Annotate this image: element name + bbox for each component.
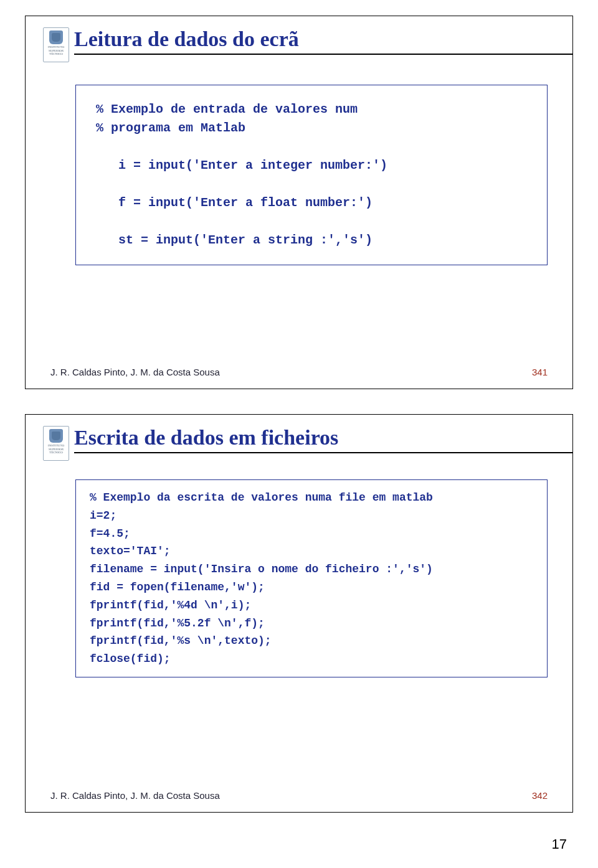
footer-author: J. R. Caldas Pinto, J. M. da Costa Sousa xyxy=(50,790,220,801)
shield-icon xyxy=(49,31,63,44)
footer-page-number: 342 xyxy=(532,790,548,801)
shield-icon xyxy=(49,429,63,443)
title-wrap: Escrita de dados em ficheiros xyxy=(69,426,572,453)
outer-page-number: 17 xyxy=(552,836,567,852)
code-example-1: % Exemplo de entrada de valores num % pr… xyxy=(75,85,548,265)
footer-page-number: 341 xyxy=(532,367,548,377)
slide-footer: J. R. Caldas Pinto, J. M. da Costa Sousa… xyxy=(50,790,548,801)
logo-line-3: TÉCNICO xyxy=(48,451,64,455)
slide-2: INSTITUTO SUPERIOR TÉCNICO Escrita de da… xyxy=(25,414,573,813)
logo-line-1: INSTITUTO xyxy=(48,45,64,49)
logo-line-1: INSTITUTO xyxy=(48,444,64,448)
title-rule xyxy=(74,54,572,55)
slide-header: INSTITUTO SUPERIOR TÉCNICO Escrita de da… xyxy=(26,415,572,461)
slide-footer: J. R. Caldas Pinto, J. M. da Costa Sousa… xyxy=(50,367,548,377)
slide-header: INSTITUTO SUPERIOR TÉCNICO Leitura de da… xyxy=(26,16,572,62)
logo-line-3: TÉCNICO xyxy=(48,52,64,56)
title-wrap: Leitura de dados do ecrã xyxy=(69,27,572,55)
code-example-2: % Exemplo da escrita de valores numa fil… xyxy=(75,479,548,677)
title-rule xyxy=(74,452,572,453)
page-title: Escrita de dados em ficheiros xyxy=(74,426,572,452)
ist-logo: INSTITUTO SUPERIOR TÉCNICO xyxy=(43,27,69,62)
logo-caption: INSTITUTO SUPERIOR TÉCNICO xyxy=(48,444,64,455)
footer-author: J. R. Caldas Pinto, J. M. da Costa Sousa xyxy=(50,367,220,377)
ist-logo: INSTITUTO SUPERIOR TÉCNICO xyxy=(43,426,69,461)
page-title: Leitura de dados do ecrã xyxy=(74,27,572,54)
logo-caption: INSTITUTO SUPERIOR TÉCNICO xyxy=(48,45,64,56)
slide-1: INSTITUTO SUPERIOR TÉCNICO Leitura de da… xyxy=(25,16,573,389)
